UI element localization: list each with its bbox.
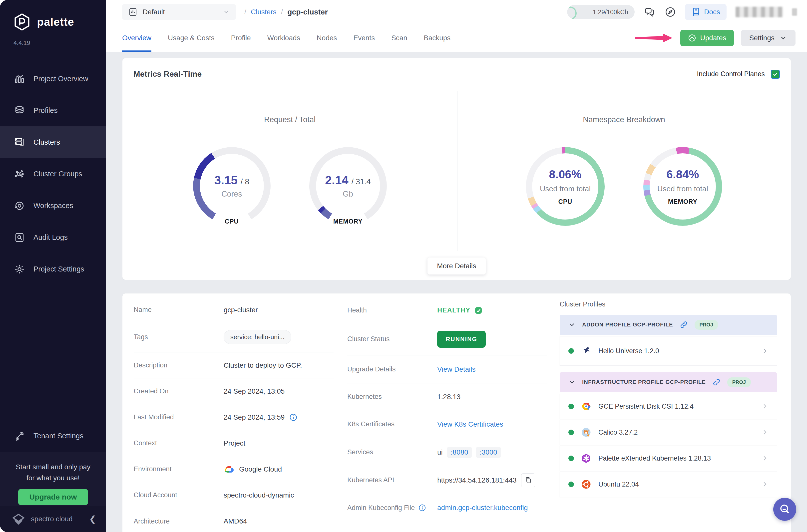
tag-pill[interactable]: service: hello-uni...	[224, 330, 291, 344]
detail-label: Context	[134, 439, 224, 447]
sidebar-item-cluster-groups[interactable]: Cluster Groups	[0, 158, 106, 190]
profile-pack-row[interactable]: Ubuntu 22.04	[560, 472, 777, 497]
tab-profile[interactable]: Profile	[231, 24, 250, 52]
view-k8s-certificates-link[interactable]: View K8s Certificates	[437, 420, 503, 428]
cpu-gauge-unit: Cores	[221, 190, 242, 198]
kubernetes-api-url: https://34.54.126.181:443	[437, 476, 517, 484]
sidebar-item-project-overview[interactable]: Project Overview	[0, 63, 106, 95]
sidebar-item-profiles[interactable]: Profiles	[0, 95, 106, 126]
kubeconfig-download-link[interactable]: admin.gcp-cluster.kubeconfig	[437, 504, 528, 512]
help-widget-button[interactable]	[773, 498, 796, 521]
tab-usage-costs[interactable]: Usage & Costs	[168, 24, 214, 52]
sidebar-nav: Project Overview Profiles Clusters Clust…	[0, 63, 106, 285]
copy-button[interactable]	[521, 473, 535, 487]
project-selector-value: Default	[143, 8, 218, 16]
tab-events[interactable]: Events	[354, 24, 375, 52]
collapse-sidebar-icon[interactable]: ❮	[89, 514, 96, 524]
infrastructure-profile-title: INFRASTRUCTURE PROFILE GCP-PROFILE	[582, 379, 706, 385]
metrics-title: Metrics Real-Time	[133, 70, 202, 79]
detail-label: Created On	[134, 387, 224, 395]
upgrade-now-button[interactable]: Upgrade now	[18, 489, 88, 505]
user-menu-redacted[interactable]	[792, 8, 797, 16]
include-control-planes-checkbox[interactable]	[771, 70, 780, 79]
docs-button-label: Docs	[704, 8, 720, 16]
chevron-right-icon	[761, 481, 768, 488]
sidebar-item-tenant-settings[interactable]: Tenant Settings	[0, 420, 106, 452]
tab-scan[interactable]: Scan	[391, 24, 407, 52]
cpu-donut-caption: Used from total	[540, 185, 590, 193]
feedback-chat-button[interactable]	[644, 6, 656, 18]
tab-workloads[interactable]: Workloads	[267, 24, 300, 52]
breadcrumb-clusters-link[interactable]: Clusters	[251, 8, 277, 16]
profile-pack-row[interactable]: GCE Persistent Disk CSI 1.12.4	[560, 394, 777, 419]
link-icon[interactable]	[680, 320, 688, 329]
sidebar-item-label: Workspaces	[34, 202, 73, 210]
health-status-text: HEALTHY	[437, 306, 470, 314]
info-icon[interactable]	[289, 413, 298, 422]
detail-label: Services	[347, 448, 437, 456]
detail-row-description: Description Cluster to deploy to GCP.	[134, 353, 334, 378]
cluster-details-card: Name gcp-cluster Tags service: hello-uni…	[123, 293, 791, 532]
pack-name: Hello Universe 1.2.0	[598, 347, 754, 355]
sidebar-item-project-settings[interactable]: Project Settings	[0, 253, 106, 285]
tab-actions: Updates Settings	[635, 30, 807, 46]
chevron-right-icon	[761, 403, 768, 410]
sidebar-item-label: Project Settings	[34, 265, 84, 273]
pack-name: GCE Persistent Disk CSI 1.12.4	[598, 403, 754, 410]
docs-button[interactable]: Docs	[685, 4, 727, 20]
service-port-link[interactable]: :3000	[476, 447, 501, 458]
detail-label: Architecture	[134, 517, 224, 525]
palette-logo-icon	[13, 13, 31, 31]
usage-quota-value: 1.29/100kCh	[593, 8, 628, 16]
request-total-panel: Request / Total 3.15 / 8 Cores	[123, 90, 457, 252]
chevron-down-icon	[568, 321, 576, 328]
memory-donut-label: MEMORY	[668, 198, 698, 205]
detail-row-tags: Tags service: hello-uni...	[134, 322, 334, 353]
project-scope-icon	[128, 7, 138, 17]
settings-button-label: Settings	[749, 34, 774, 42]
breadcrumb: / Clusters / gcp-cluster	[244, 8, 328, 16]
detail-row-architecture: Architecture AMD64	[134, 508, 334, 532]
usage-quota-pill[interactable]: 1.29/100kCh	[567, 5, 635, 19]
addon-profile-header[interactable]: ADDON PROFILE GCP-PROFILE PROJ	[560, 315, 777, 335]
detail-label: Description	[134, 361, 224, 369]
user-name-redacted[interactable]	[735, 7, 783, 17]
tab-nodes[interactable]: Nodes	[317, 24, 337, 52]
info-icon[interactable]	[418, 504, 426, 512]
explore-button[interactable]	[664, 6, 676, 18]
topbar: Default / Clusters / gcp-cluster 1.29/10…	[106, 0, 807, 24]
tab-backups[interactable]: Backups	[424, 24, 450, 52]
cpu-donut-chart: 8.06% Used from total CPU	[526, 147, 605, 226]
detail-row-admin-kubeconfig: Admin Kubeconfig File admin.gcp-cluster.…	[347, 494, 547, 521]
detail-label: Last Modified	[134, 413, 224, 421]
sidebar-item-workspaces[interactable]: Workspaces	[0, 190, 106, 222]
memory-gauge-label: MEMORY	[309, 218, 387, 225]
pack-name: Palette eXtended Kubernetes 1.28.13	[598, 455, 754, 462]
pack-name: Ubuntu 22.04	[598, 480, 754, 488]
link-icon[interactable]	[712, 378, 721, 386]
settings-button[interactable]: Settings	[741, 30, 795, 46]
project-selector[interactable]: Default	[122, 4, 236, 20]
detail-row-services: Services ui :8080 :3000	[347, 438, 547, 466]
more-details-button[interactable]: More Details	[428, 258, 486, 274]
sidebar-item-clusters[interactable]: Clusters	[0, 126, 106, 158]
detail-label: Admin Kubeconfig File	[347, 504, 415, 512]
pack-name: Calico 3.27.2	[598, 429, 754, 436]
profile-pack-row[interactable]: Palette eXtended Kubernetes 1.28.13	[560, 445, 777, 471]
updates-button-label: Updates	[700, 34, 726, 42]
tab-overview[interactable]: Overview	[122, 24, 151, 52]
service-port-link[interactable]: :8080	[447, 447, 472, 458]
profile-pack-row[interactable]: Hello Universe 1.2.0	[560, 336, 777, 366]
updates-button[interactable]: Updates	[680, 30, 734, 46]
detail-label: Cloud Account	[134, 491, 224, 499]
request-total-title: Request / Total	[123, 115, 457, 124]
orbit-icon	[14, 200, 25, 211]
profile-pack-row[interactable]: Calico 3.27.2	[560, 420, 777, 445]
sidebar-item-audit-logs[interactable]: Audit Logs	[0, 222, 106, 253]
infrastructure-profile-header[interactable]: INFRASTRUCTURE PROFILE GCP-PROFILE PROJ	[560, 372, 777, 392]
chevron-down-icon	[780, 34, 787, 42]
detail-value: Cluster to deploy to GCP.	[224, 361, 302, 369]
view-details-link[interactable]: View Details	[437, 365, 476, 374]
detail-row-context: Context Project	[134, 430, 334, 456]
cpu-gauge-label: CPU	[193, 218, 270, 225]
